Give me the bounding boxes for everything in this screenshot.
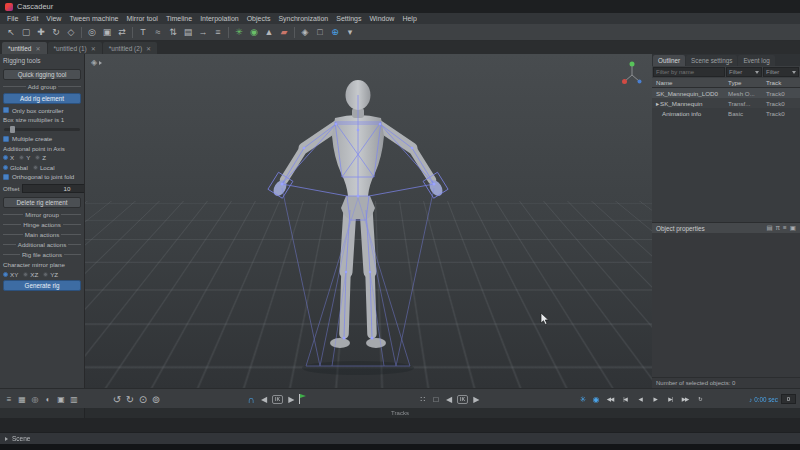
- tab-untitled[interactable]: *untitled ✕: [2, 42, 47, 54]
- orbit-cw-icon[interactable]: ↻: [125, 393, 135, 405]
- interpolation-icon[interactable]: ≈: [151, 26, 165, 39]
- plane-xy-radio[interactable]: XY: [3, 271, 18, 278]
- goto-end-button[interactable]: ▶|: [664, 393, 676, 405]
- section-rig-file-actions[interactable]: Rig file actions: [3, 251, 81, 258]
- selection-sets-icon[interactable]: ▦: [17, 393, 27, 405]
- flag-icon[interactable]: [299, 394, 307, 404]
- tab-untitled-2[interactable]: *untitled (2) ✕: [103, 42, 157, 54]
- menu-synchronization[interactable]: Synchronization: [274, 15, 332, 22]
- rotate-tool-icon[interactable]: ↻: [49, 26, 63, 39]
- section-additional-actions[interactable]: Additional actions: [3, 241, 81, 248]
- camera-bookmarks-icon[interactable]: ◎: [30, 393, 40, 405]
- more-tools-icon[interactable]: ▾: [343, 26, 357, 39]
- point-controller-icon[interactable]: ◎: [85, 26, 99, 39]
- menu-edit[interactable]: Edit: [22, 15, 42, 22]
- ghosting-icon[interactable]: ≡: [211, 26, 225, 39]
- viewport-3d[interactable]: ◈: [85, 54, 652, 388]
- generate-rig-button[interactable]: Generate rig: [3, 280, 81, 291]
- filter-by-name-input[interactable]: [653, 67, 725, 77]
- object-properties-header[interactable]: Object properties ▤ π ≡ ▣: [652, 222, 800, 233]
- outliner-row-sk-mannequin[interactable]: ▸SK_Mannequin Transf... Track0: [652, 98, 800, 108]
- menu-objects[interactable]: Objects: [243, 15, 275, 22]
- trajectory-icon[interactable]: →: [196, 26, 210, 39]
- column-name[interactable]: Name: [652, 79, 728, 86]
- frame-input[interactable]: [781, 394, 796, 404]
- menu-interpolation[interactable]: Interpolation: [196, 15, 243, 22]
- snap-magnet-icon[interactable]: ∩: [246, 393, 256, 405]
- ik-badge-1[interactable]: IK: [272, 395, 283, 404]
- menu-settings[interactable]: Settings: [332, 15, 365, 22]
- mirror-tool-icon[interactable]: ⇄: [115, 26, 129, 39]
- tab-outliner[interactable]: Outliner: [653, 55, 685, 66]
- snapshot-view-icon[interactable]: ▣: [56, 393, 66, 405]
- column-track[interactable]: Track: [766, 79, 800, 86]
- physics-sim-icon[interactable]: ◉: [591, 393, 601, 405]
- camera-icon[interactable]: ▰: [277, 26, 291, 39]
- loop-button[interactable]: ↻: [694, 393, 706, 405]
- type-filter-select[interactable]: Filter: [726, 67, 762, 77]
- section-hinge-actions[interactable]: Hinge actions: [3, 221, 81, 228]
- outliner-row-animation-info[interactable]: Animation info Basic Track0: [652, 108, 800, 118]
- ik-badge-2[interactable]: IK: [457, 395, 468, 404]
- multiple-create-checkbox[interactable]: Multiple create: [3, 135, 81, 142]
- axis-x-radio[interactable]: X: [3, 154, 14, 161]
- box-select-icon[interactable]: ▢: [19, 26, 33, 39]
- play-backward-button[interactable]: ◀: [634, 393, 646, 405]
- cursor-tool-icon[interactable]: ↖: [4, 26, 18, 39]
- prev-keyframe-icon-2[interactable]: ◀: [444, 393, 454, 405]
- physics-icon[interactable]: ◉: [247, 26, 261, 39]
- add-group-section[interactable]: Add group: [3, 83, 81, 90]
- axis-y-radio[interactable]: Y: [19, 154, 30, 161]
- goto-start-button[interactable]: |◀: [619, 393, 631, 405]
- orbit-focus-icon[interactable]: ⊙: [138, 393, 148, 405]
- box-controller-icon[interactable]: ▣: [100, 26, 114, 39]
- close-icon[interactable]: ✕: [146, 45, 151, 52]
- snapshot-icon[interactable]: □: [313, 26, 327, 39]
- tween-machine-icon[interactable]: T: [136, 26, 150, 39]
- interval-edit-icon[interactable]: ▤: [181, 26, 195, 39]
- grid-view-icon[interactable]: ▣: [790, 224, 796, 232]
- orbit-reset-icon[interactable]: ⊚: [151, 393, 161, 405]
- local-radio[interactable]: Local: [33, 164, 55, 171]
- menu-window[interactable]: Window: [366, 15, 399, 22]
- plane-yz-radio[interactable]: YZ: [43, 271, 58, 278]
- rig-mode-icon[interactable]: ◈: [298, 26, 312, 39]
- list-view-icon[interactable]: ▤: [766, 224, 772, 232]
- view-options-icon[interactable]: ▥: [69, 393, 79, 405]
- axis-gizmo[interactable]: [620, 59, 644, 87]
- sort-icon[interactable]: ≡: [783, 224, 787, 232]
- tab-untitled-1[interactable]: *untitled (1) ✕: [48, 42, 102, 54]
- box-size-slider[interactable]: [4, 128, 80, 131]
- ik-fk-toggle-icon[interactable]: ⇅: [166, 26, 180, 39]
- timeline-track-lane[interactable]: [0, 418, 800, 432]
- add-rig-element-button[interactable]: Add rig element: [3, 93, 81, 104]
- only-box-controller-checkbox[interactable]: Only box controller: [3, 107, 81, 114]
- move-tool-icon[interactable]: ✚: [34, 26, 48, 39]
- autoposing-icon[interactable]: ✳: [232, 26, 246, 39]
- add-object-icon[interactable]: ⊕: [328, 26, 342, 39]
- quick-rigging-tool-button[interactable]: Quick rigging tool: [3, 69, 81, 80]
- prev-keyframe-icon[interactable]: ◀: [259, 393, 269, 405]
- viewport-quick-menu[interactable]: ◈: [91, 58, 102, 67]
- close-icon[interactable]: ✕: [36, 45, 41, 52]
- menu-timeline[interactable]: Timeline: [162, 15, 196, 22]
- menu-file[interactable]: File: [3, 15, 22, 22]
- orthogonal-checkbox[interactable]: Orthogonal to joint fold: [3, 173, 81, 180]
- scale-tool-icon[interactable]: ◇: [64, 26, 78, 39]
- plane-xz-radio[interactable]: XZ: [23, 271, 38, 278]
- autopose-ai-icon[interactable]: ✳: [578, 393, 588, 405]
- slider-handle[interactable]: [10, 126, 15, 133]
- ghost-dots-icon[interactable]: ∷: [418, 393, 428, 405]
- expression-icon[interactable]: π: [776, 224, 781, 232]
- menu-mirror-tool[interactable]: Mirror tool: [122, 15, 162, 22]
- mannequin-character[interactable]: [248, 72, 468, 382]
- menu-tween-machine[interactable]: Tween machine: [65, 15, 122, 22]
- outliner-empty-area[interactable]: [652, 118, 800, 222]
- play-forward-button[interactable]: ▶: [649, 393, 661, 405]
- tab-scene-settings[interactable]: Scene settings: [686, 55, 737, 66]
- layers-icon[interactable]: ≡: [4, 393, 14, 405]
- expander-icon[interactable]: ▸: [656, 100, 659, 107]
- expand-icon[interactable]: [5, 437, 8, 441]
- fast-backward-button[interactable]: ◀◀: [604, 393, 616, 405]
- global-radio[interactable]: Global: [3, 164, 28, 171]
